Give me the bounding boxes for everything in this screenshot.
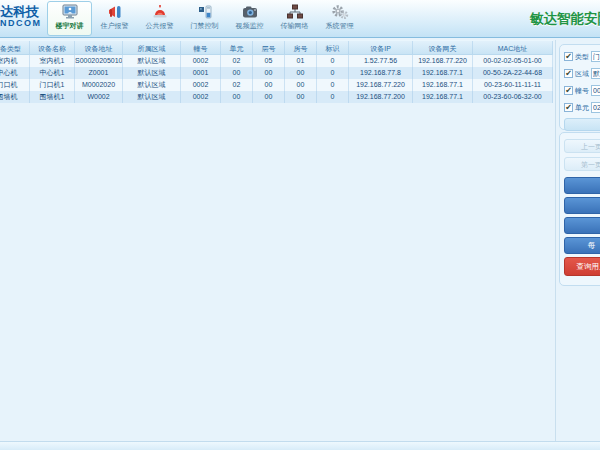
table-cell: 00-50-2A-22-44-68	[473, 67, 553, 79]
resident-alarm-icon	[106, 4, 124, 20]
company-logo: 敏达科技 MINDCOM	[0, 5, 49, 28]
table-cell: 00-23-60-11-11-11	[473, 79, 553, 91]
logo-latin-text: MINDCOM	[0, 19, 49, 28]
first-page-button[interactable]: 第一页	[564, 157, 600, 171]
table-cell: 1.52.77.56	[349, 55, 413, 67]
filter-groupbox: ✔ 类型 ✔ 区域 ✔ 幢号 ✔ 单元	[559, 44, 600, 130]
toolbar-item-building-intercom[interactable]: 楼宇对讲	[47, 1, 92, 36]
actions-groupbox: 上一页 第一页 每 查询用户	[559, 132, 600, 286]
region-checkbox[interactable]: ✔	[564, 69, 573, 78]
table-cell: 00	[253, 91, 285, 103]
network-topology-icon	[286, 4, 304, 20]
table-cell: S00020205010	[75, 55, 123, 67]
table-cell: 0002	[181, 79, 221, 91]
table-cell: 0001	[181, 67, 221, 79]
toolbar-item-door-access[interactable]: 门禁控制	[182, 1, 227, 36]
column-header: 标识	[317, 41, 349, 54]
table-row[interactable]: 门口机 门口机1 M0002020 默认区域 0002 02 00 00 0 1…	[0, 79, 553, 91]
table-cell: 0002	[181, 91, 221, 103]
table-cell: 默认区域	[123, 79, 181, 91]
filter-apply-button[interactable]	[564, 118, 600, 131]
toolbar-item-resident-alarm[interactable]: 住户报警	[92, 1, 137, 36]
table-cell: 192.168.77.220	[349, 79, 413, 91]
toolbar-item-label: 系统管理	[326, 21, 354, 31]
app-window: 敏达科技 MINDCOM 楼宇对讲	[0, 0, 600, 450]
table-cell: 0	[317, 91, 349, 103]
table-cell: 0	[317, 67, 349, 79]
toolbar-item-video-surveillance[interactable]: 视频监控	[227, 1, 272, 36]
action-button-2[interactable]	[564, 197, 600, 214]
status-bar	[0, 442, 600, 450]
panel-divider	[555, 40, 556, 441]
table-cell: 00-02-02-05-01-00	[473, 55, 553, 67]
toolbar-item-label: 视频监控	[236, 21, 264, 31]
toolbar-item-label: 楼宇对讲	[56, 21, 84, 31]
type-checkbox[interactable]: ✔	[564, 52, 573, 61]
app-title: 敏达智能安防系统	[530, 10, 600, 28]
table-cell: 00	[221, 67, 253, 79]
table-cell: 门口机1	[30, 79, 75, 91]
table-cell: 0	[317, 79, 349, 91]
column-header: 幢号	[181, 41, 221, 54]
filter-label: 类型	[575, 52, 589, 62]
table-cell: 01	[285, 55, 317, 67]
table-row[interactable]: 室内机 室内机1 S00020205010 默认区域 0002 02 05 01…	[0, 55, 553, 67]
toolbar-item-public-alarm[interactable]: 公共报警	[137, 1, 182, 36]
unit-checkbox[interactable]: ✔	[564, 103, 573, 112]
table-cell: 0	[317, 55, 349, 67]
column-header: 层号	[253, 41, 285, 54]
toolbar-item-transmission-network[interactable]: 传输网络	[272, 1, 317, 36]
table-cell: 0002	[181, 55, 221, 67]
gears-icon	[331, 4, 349, 20]
toolbar-item-label: 传输网络	[281, 21, 309, 31]
building-intercom-icon	[61, 4, 79, 20]
table-cell: 00	[253, 79, 285, 91]
table-cell: 192.168.77.1	[413, 91, 473, 103]
table-row[interactable]: 中心机 中心机1 Z0001 默认区域 0001 00 00 00 0 192.…	[0, 67, 553, 79]
column-header: 设备IP	[349, 41, 413, 54]
main-frame: 敏达科技 MINDCOM 楼宇对讲	[0, 0, 600, 450]
toolbar-menu: 楼宇对讲 住户报警	[47, 1, 362, 36]
filter-label: 区域	[575, 69, 589, 79]
table-cell: Z0001	[75, 67, 123, 79]
unit-select[interactable]	[591, 102, 600, 113]
prev-page-button[interactable]: 上一页	[564, 139, 600, 153]
column-header: 设备地址	[75, 41, 123, 54]
filter-row-building: ✔ 幢号	[564, 84, 600, 97]
toolbar-item-label: 公共报警	[146, 21, 174, 31]
filter-row-unit: ✔ 单元	[564, 101, 600, 114]
table-cell: 192.168.77.1	[413, 67, 473, 79]
right-panel: ✔ 类型 ✔ 区域 ✔ 幢号 ✔ 单元	[558, 40, 600, 440]
column-header: 所属区域	[123, 41, 181, 54]
table-cell: 00	[221, 91, 253, 103]
toolbar: 敏达科技 MINDCOM 楼宇对讲	[0, 0, 600, 38]
rows-per-page-button[interactable]: 每	[564, 237, 600, 254]
column-header: 单元	[221, 41, 253, 54]
building-select[interactable]	[591, 85, 600, 96]
table-cell: 05	[253, 55, 285, 67]
public-alarm-siren-icon	[151, 4, 169, 20]
table-cell: 00	[285, 79, 317, 91]
action-button-3[interactable]	[564, 217, 600, 234]
action-button-1[interactable]	[564, 177, 600, 194]
table-cell: 192.168.77.200	[349, 91, 413, 103]
door-access-icon	[196, 4, 214, 20]
column-header: 设备网关	[413, 41, 473, 54]
building-checkbox[interactable]: ✔	[564, 86, 573, 95]
table-cell: 默认区域	[123, 67, 181, 79]
table-cell: 围墙机	[0, 91, 30, 103]
type-select[interactable]	[591, 51, 600, 62]
column-header: 设备名称	[30, 41, 75, 54]
table-cell: 00	[253, 67, 285, 79]
table-row[interactable]: 围墙机 围墙机1 W0002 默认区域 0002 00 00 00 0 192.…	[0, 91, 553, 103]
logo-chinese-text: 敏达科技	[0, 5, 49, 19]
toolbar-item-system-management[interactable]: 系统管理	[317, 1, 362, 36]
column-header: MAC地址	[473, 41, 553, 54]
table-cell: 中心机	[0, 67, 30, 79]
query-users-button[interactable]: 查询用户	[564, 257, 600, 276]
toolbar-item-label: 住户报警	[101, 21, 129, 31]
region-select[interactable]	[591, 68, 600, 79]
filter-row-region: ✔ 区域	[564, 67, 600, 80]
device-table: 设备类型 设备名称 设备地址 所属区域 幢号 单元 层号 房号 标识 设备IP …	[0, 40, 553, 103]
table-cell: 02	[221, 55, 253, 67]
